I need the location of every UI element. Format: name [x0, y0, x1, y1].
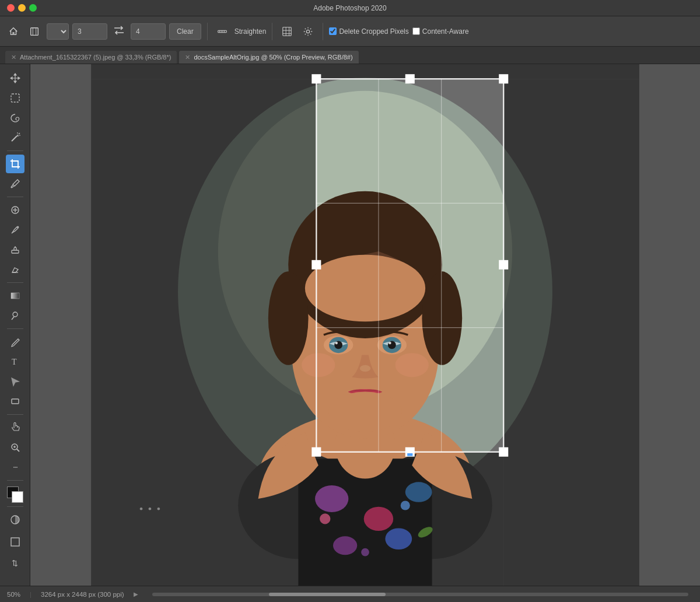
- marquee-tool[interactable]: [6, 89, 24, 107]
- status-arrow[interactable]: ▶: [134, 591, 138, 597]
- path-select-tool[interactable]: [6, 372, 24, 391]
- color-swatches[interactable]: [7, 487, 23, 503]
- clone-stamp-tool[interactable]: [6, 240, 24, 259]
- svg-point-13: [307, 30, 310, 33]
- text-tool[interactable]: T: [6, 352, 24, 371]
- svg-rect-38: [91, 64, 639, 79]
- zoom-level: 50%: [7, 591, 20, 598]
- svg-rect-3: [218, 30, 226, 33]
- svg-point-58: [268, 271, 309, 365]
- toolbar-divider-2: [272, 23, 272, 40]
- quick-mask-button[interactable]: [6, 510, 24, 529]
- switch-layout-button[interactable]: ⇅: [6, 554, 24, 572]
- svg-rect-25: [11, 293, 19, 299]
- svg-point-60: [305, 255, 425, 322]
- tab-2[interactable]: ✕ docsSampleAltOrig.jpg @ 50% (Crop Prev…: [178, 50, 359, 64]
- close-button[interactable]: [7, 4, 15, 12]
- svg-rect-14: [11, 94, 19, 102]
- minimize-button[interactable]: [18, 4, 26, 12]
- ratio-select[interactable]: Ratio: [47, 23, 69, 40]
- more-tools[interactable]: ···: [6, 458, 24, 477]
- healing-icon: [10, 205, 20, 215]
- maximize-button[interactable]: [29, 4, 37, 12]
- pen-tool[interactable]: [6, 332, 24, 351]
- quick-mask-icon: [9, 514, 21, 526]
- gradient-tool[interactable]: [6, 286, 24, 305]
- magic-wand-tool[interactable]: [6, 128, 24, 147]
- scrollbar-thumb[interactable]: [269, 593, 386, 596]
- hand-tool[interactable]: [6, 418, 24, 437]
- svg-point-26: [13, 312, 18, 317]
- svg-rect-84: [407, 453, 412, 456]
- svg-point-89: [158, 508, 160, 510]
- tool-sep-4: [7, 328, 23, 329]
- svg-point-48: [405, 482, 432, 502]
- path-select-icon: [10, 376, 20, 387]
- grid-overlay-button[interactable]: [278, 24, 296, 39]
- scrollbar[interactable]: [152, 593, 688, 596]
- crop-tool[interactable]: [6, 155, 24, 173]
- svg-rect-80: [312, 447, 321, 457]
- move-tool[interactable]: [6, 69, 24, 88]
- clear-button[interactable]: Clear: [169, 23, 201, 40]
- eyedropper-tool[interactable]: [6, 174, 24, 193]
- hand-icon: [10, 422, 20, 433]
- tool-sep-2: [7, 197, 23, 197]
- svg-line-15: [12, 136, 17, 141]
- height-input[interactable]: 4: [131, 23, 166, 40]
- svg-text:T: T: [12, 358, 17, 366]
- svg-rect-0: [31, 27, 38, 35]
- eraser-tool[interactable]: [6, 260, 24, 279]
- straighten-button[interactable]: [214, 24, 231, 39]
- swap-icon: [113, 26, 125, 35]
- dodge-icon: [10, 310, 20, 321]
- svg-point-50: [385, 528, 412, 550]
- zoom-tool[interactable]: [6, 438, 24, 457]
- settings-button[interactable]: [299, 24, 317, 39]
- canvas-area[interactable]: [30, 64, 700, 586]
- titlebar: Adobe Photoshop 2020: [0, 0, 700, 16]
- content-aware-label[interactable]: Content-Aware: [412, 27, 469, 36]
- healing-brush-tool[interactable]: [6, 201, 24, 219]
- width-input[interactable]: 3: [72, 23, 107, 40]
- svg-point-53: [361, 548, 369, 556]
- dodge-tool[interactable]: [6, 306, 24, 325]
- delete-cropped-label[interactable]: Delete Cropped Pixels: [329, 27, 408, 36]
- crop-tool-icon: [10, 159, 20, 169]
- toolbar: Ratio 3 4 Clear Straighten: [0, 16, 700, 47]
- svg-rect-81: [499, 447, 508, 457]
- toolbar-divider-3: [323, 23, 323, 40]
- swap-button[interactable]: [111, 24, 127, 38]
- straighten-label: Straighten: [235, 27, 267, 36]
- background-color[interactable]: [12, 491, 23, 503]
- text-icon: T: [10, 356, 20, 367]
- tab-1-close[interactable]: ✕: [11, 54, 16, 61]
- svg-line-30: [17, 449, 19, 452]
- home-button[interactable]: [5, 24, 22, 39]
- tabbar: ✕ Attachment_1615322367 (5).jpeg @ 33,3%…: [0, 47, 700, 64]
- main-area: T: [0, 64, 700, 586]
- svg-rect-78: [312, 74, 321, 83]
- screen-mode-button[interactable]: [6, 533, 24, 551]
- svg-point-49: [333, 536, 357, 555]
- svg-rect-82: [405, 74, 415, 83]
- content-aware-checkbox[interactable]: [412, 27, 420, 35]
- svg-rect-22: [12, 250, 19, 253]
- delete-cropped-checkbox[interactable]: [329, 27, 337, 35]
- svg-point-70: [328, 392, 402, 432]
- toolbar-divider-1: [207, 23, 208, 40]
- tab-2-close[interactable]: ✕: [185, 54, 190, 61]
- tab-1[interactable]: ✕ Attachment_1615322367 (5).jpeg @ 33,3%…: [5, 50, 177, 64]
- svg-rect-85: [312, 260, 321, 270]
- status-divider-1: |: [30, 591, 32, 598]
- eraser-icon: [10, 264, 20, 275]
- crop-tool-btn[interactable]: [26, 24, 43, 39]
- rectangle-tool[interactable]: [6, 392, 24, 411]
- svg-point-87: [140, 508, 143, 510]
- grid-icon: [282, 26, 292, 37]
- lasso-tool[interactable]: [6, 108, 24, 127]
- eyedropper-icon: [10, 178, 20, 189]
- svg-point-69: [360, 365, 370, 372]
- brush-tool[interactable]: [6, 220, 24, 239]
- tool-sep-6: [7, 480, 23, 481]
